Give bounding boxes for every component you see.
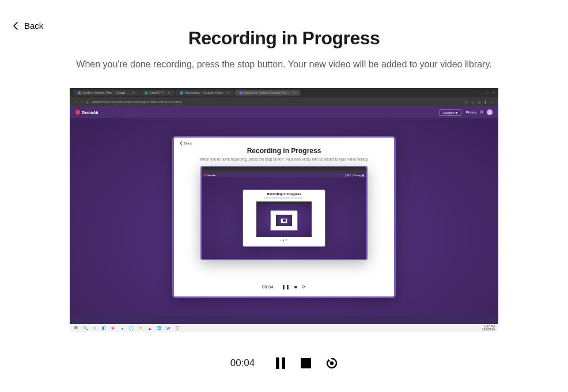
recording-timer: 00:04 (230, 357, 255, 369)
mini-body: Recording in Progress When you're done r… (202, 177, 366, 259)
taskbar-app-icon[interactable]: ● (119, 325, 125, 331)
nested-card-4 (281, 218, 287, 223)
mini-app-name: DemoAir (207, 174, 216, 177)
pause-button[interactable] (275, 357, 286, 369)
taskbar-app-icon[interactable]: ▲ (147, 325, 153, 331)
menu-icon[interactable]: ⋮ (490, 100, 494, 104)
taskbar-app-icon[interactable]: W (165, 325, 171, 331)
favicon-icon (145, 92, 147, 94)
close-icon[interactable]: × (132, 91, 135, 94)
nested-title: Recording in Progress (243, 192, 325, 196)
card-player-controls: 00:04 ❚❚ ■ ⟳ (174, 279, 394, 296)
nested-preview: DemoAir EN ▾Pricing Recording in Progres… (200, 166, 368, 260)
logo-icon (204, 174, 206, 176)
nested-subtitle: When you're done recording, press the st… (243, 197, 325, 199)
mini-lang: EN ▾ (345, 174, 353, 177)
close-icon[interactable]: × (227, 91, 229, 94)
nested-window-3 (276, 215, 292, 226)
taskbar-app-icon[interactable]: ◫ (175, 325, 180, 331)
tab-label: Keywords - Google Docs (185, 91, 223, 94)
card-back-button[interactable]: Back (174, 138, 394, 146)
browser-tab[interactable]: Carla's Writing Plan - Googl…× (73, 90, 139, 96)
page-title: Recording in Progress (0, 28, 568, 49)
browser-tab-active[interactable]: DemoAir Online Screen Re…× (235, 90, 300, 96)
card-timer: 00:04 (262, 285, 274, 289)
tab-label: DemoAir Online Screen Re… (244, 91, 289, 94)
start-icon[interactable]: ⊞ (73, 325, 79, 331)
taskview-icon[interactable]: ▭ (92, 325, 97, 331)
close-icon[interactable]: × (168, 91, 170, 94)
nav-reload-icon[interactable]: ⟳ (86, 100, 89, 104)
nested-card-2: Recording in Progress When you're done r… (243, 189, 325, 247)
clock-date: 10/9/2024 (482, 328, 495, 331)
language-select[interactable]: English ▾ (439, 109, 461, 116)
page-header: Recording in Progress When you're done r… (0, 0, 568, 70)
browser-tab[interactable]: Keywords - Google Docs× (176, 90, 234, 96)
mini-pricing: Pricing (354, 174, 361, 177)
windows-taskbar: ⊞ 🔍 ▭ ◧ ◉ ● ◯ ✦ ▲ 🌐 W ◫ 1:47 PM 10/9/202… (70, 324, 498, 332)
nav-buttons: ← → ⟳ (74, 100, 89, 104)
nav-back-icon[interactable]: ← (74, 100, 78, 104)
svg-rect-0 (276, 357, 279, 369)
browser-tab[interactable]: ChatGPT× (140, 90, 175, 96)
player-controls: 00:04 (0, 357, 568, 369)
nested-controls: — ■ ⟳ (243, 239, 325, 241)
window-controls: — □ × (478, 91, 495, 94)
mini-app-header: DemoAir EN ▾Pricing (202, 173, 366, 177)
recording-preview: Carla's Writing Plan - Googl…× ChatGPT× … (70, 88, 498, 332)
taskbar-app-icon[interactable]: ◧ (101, 325, 107, 331)
taskbar-app-icon[interactable]: 🌐 (156, 325, 162, 331)
download-icon[interactable]: ⬇ (484, 100, 487, 104)
minimize-icon[interactable]: — (478, 91, 482, 94)
nav-forward-icon[interactable]: → (80, 100, 84, 104)
favicon-icon (240, 92, 243, 94)
restart-button[interactable] (326, 357, 338, 369)
star-icon[interactable]: ☆ (471, 100, 474, 104)
card-stop-button[interactable]: ■ (294, 284, 297, 290)
page-subtitle: When you're done recording, press the st… (0, 59, 568, 70)
close-icon[interactable]: × (293, 91, 296, 94)
stop-icon (301, 358, 311, 368)
back-button[interactable]: Back (13, 21, 43, 31)
url-field[interactable]: democreator.wondershare.com/app/online-s… (92, 100, 461, 104)
restart-icon (326, 357, 338, 369)
app-body: Back Recording in Progress When you're d… (70, 118, 498, 316)
extension-icon[interactable]: ⊞ (478, 100, 480, 104)
chevron-left-icon (13, 22, 18, 30)
taskbar-app-icon[interactable]: ✦ (138, 325, 143, 331)
nested-card-3 (270, 210, 298, 231)
share-icon[interactable]: ⇧ (465, 100, 468, 104)
taskbar-app-icon[interactable]: ◯ (128, 325, 134, 331)
card-subtitle: When you're done recording, press the st… (174, 157, 394, 161)
tab-label: Carla's Writing Plan - Googl… (82, 91, 128, 94)
card-restart-button[interactable]: ⟳ (302, 284, 306, 290)
search-icon[interactable]: 🔍 (82, 325, 88, 331)
browser-tabbar: Carla's Writing Plan - Googl…× ChatGPT× … (70, 88, 498, 97)
recording-card: Back Recording in Progress When you're d… (172, 136, 396, 298)
card-back-label: Back (184, 142, 192, 145)
tab-label: ChatGPT (149, 91, 164, 94)
system-tray[interactable]: 1:47 PM 10/9/2024 (482, 325, 495, 331)
favicon-icon (180, 92, 183, 94)
svg-point-3 (330, 361, 334, 365)
avatar[interactable] (487, 109, 493, 115)
close-window-icon[interactable]: × (493, 91, 495, 94)
nested-window-2 (256, 201, 312, 237)
maximize-icon[interactable]: □ (486, 91, 489, 94)
app-name: DemoAir (82, 111, 99, 115)
pause-icon (275, 357, 286, 369)
back-label: Back (24, 21, 43, 31)
logo-icon (75, 110, 80, 115)
favicon-icon (78, 92, 81, 94)
card-pause-button[interactable]: ❚❚ (282, 284, 290, 290)
svg-rect-1 (282, 357, 286, 369)
stop-button[interactable] (301, 358, 311, 368)
taskbar-app-icon[interactable]: ◉ (110, 325, 116, 331)
browser-addressbar: ← → ⟳ democreator.wondershare.com/app/on… (70, 97, 498, 106)
card-title: Recording in Progress (174, 147, 394, 155)
pricing-link[interactable]: Pricing (466, 111, 476, 114)
app-logo[interactable]: DemoAir (75, 110, 99, 115)
settings-icon[interactable]: ⚙ (480, 110, 483, 115)
svg-rect-2 (301, 358, 311, 368)
chevron-left-icon (180, 141, 183, 146)
